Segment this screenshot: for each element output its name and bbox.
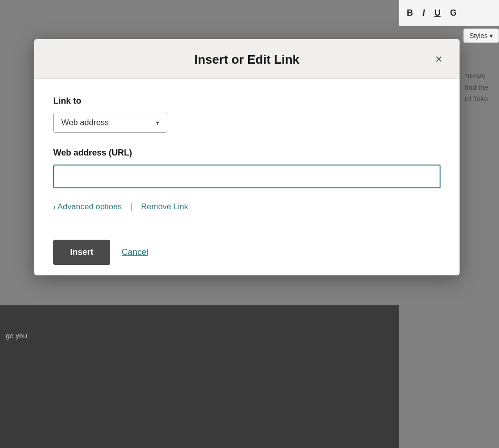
right-text-line3: rd Toke [465,93,495,105]
insert-button[interactable]: Insert [53,240,110,265]
bold-button[interactable]: B [403,6,417,20]
italic-button[interactable]: I [419,6,429,20]
advanced-options-button[interactable]: › Advanced options [53,202,122,212]
action-separator: | [130,202,133,212]
advanced-options-arrow: › [53,203,56,211]
link-to-value: Web address [61,118,109,127]
advanced-options-label: Advanced options [58,202,122,212]
underline-button[interactable]: U [431,6,444,20]
link-to-label: Link to [53,96,441,106]
styles-label: Styles [470,32,488,39]
link-actions: › Advanced options | Remove Link [53,202,441,212]
bottom-text: ge you [0,328,33,343]
url-input[interactable] [53,165,441,188]
link-to-select[interactable]: Web address ▾ [53,113,167,133]
right-panel-text: *IFNAI find the rd Toke [461,67,499,108]
cancel-button[interactable]: Cancel [122,247,148,257]
strikethrough-button[interactable]: G [446,6,461,20]
modal-title: Insert or Edit Link [194,52,299,67]
url-label: Web address (URL) [53,148,441,158]
right-text-line2: find the [465,82,495,93]
link-to-chevron: ▾ [156,119,159,127]
modal-footer: Insert Cancel [34,229,460,275]
styles-dropdown[interactable]: Styles ▾ [463,29,499,43]
modal-body: Link to Web address ▾ Web address (URL) … [34,79,460,229]
toolbar: B I U G [399,0,499,26]
modal-header: Insert or Edit Link × [34,39,460,79]
modal-close-button[interactable]: × [432,51,446,67]
dark-bottom-panel [0,305,399,448]
remove-link-button[interactable]: Remove Link [141,202,188,212]
styles-dropdown-arrow: ▾ [489,32,493,39]
right-text-line1: *IFNAI [465,70,495,82]
modal-dialog: Insert or Edit Link × Link to Web addres… [34,39,460,275]
